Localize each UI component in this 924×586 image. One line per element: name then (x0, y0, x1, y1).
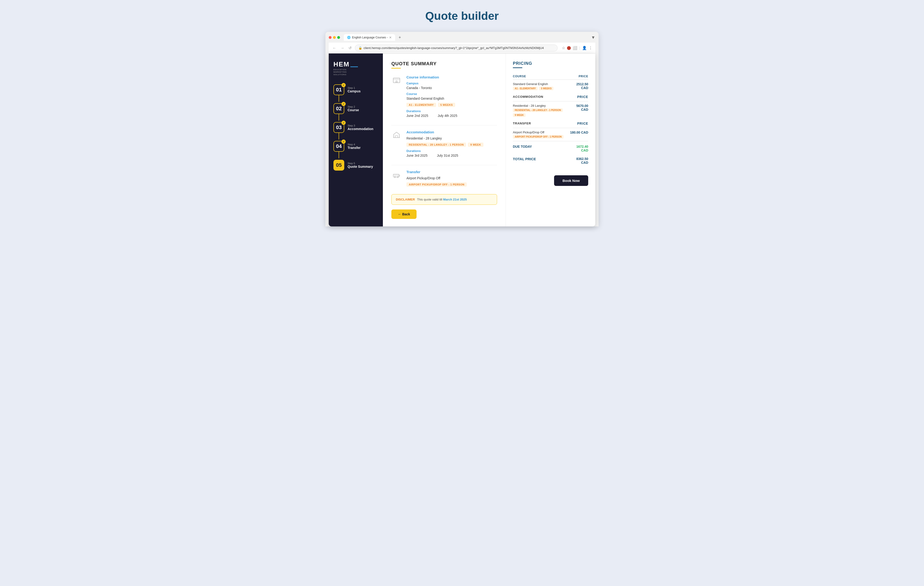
close-dot[interactable] (329, 36, 332, 39)
transfer-body: Transfer Airport Pickup/Drop Off AIRPORT… (406, 170, 497, 189)
course-label: Course (406, 92, 497, 96)
sidebar-step-01[interactable]: 01✓Step 1Campus (333, 84, 378, 95)
browser-window: 🌐 English Language Courses - ✕ + ▼ ← → ↺… (325, 32, 599, 227)
accommodation-col-header: ACCOMMODATION (513, 93, 570, 101)
sidebar-step-03[interactable]: 03✓Step 3Accommodation (333, 122, 378, 133)
step-box-05: 05 (333, 160, 344, 171)
book-now-button[interactable]: Book Now (554, 175, 588, 186)
transfer-price-row: Airport Pickup/Drop Off AIRPORT PICKUP/D… (513, 128, 588, 141)
tab-add-button[interactable]: + (398, 35, 401, 40)
browser-tab[interactable]: 🌐 English Language Courses - ✕ (344, 34, 395, 41)
step-05-wrapper: 05Step 5Quote Summary (333, 160, 378, 171)
course-durations-label: Durations (406, 109, 497, 113)
tab-title: English Language Courses - (352, 36, 388, 39)
step-name-01: Campus (348, 89, 361, 93)
due-today-label: DUE TODAY (513, 141, 570, 155)
forward-nav-button[interactable]: → (340, 45, 345, 51)
page-title: Quote builder (5, 10, 919, 22)
sidebar: HEM EDUCATION MARKETING SOLUTIONS 01✓Ste… (329, 53, 383, 227)
menu-icon[interactable]: ⋮ (589, 46, 592, 50)
accommodation-item-price: 5670.00 CAD (570, 101, 588, 119)
back-nav-button[interactable]: ← (332, 45, 337, 51)
logo-hem: HEM (333, 61, 378, 68)
step-line-02 (338, 114, 339, 121)
step-info-01: Step 1Campus (348, 86, 361, 93)
step-name-03: Accommodation (348, 127, 373, 131)
due-today-row: DUE TODAY 1672.40 CAD (513, 141, 588, 155)
step-line-01 (338, 95, 339, 102)
disclaimer-text: This quote valid till (417, 198, 442, 201)
course-durations-row: June 2nd 2025 July 4th 2025 (406, 114, 497, 120)
price-col-header: PRICE (570, 73, 588, 79)
quote-summary-title: QUOTE SUMMARY (391, 61, 497, 66)
transfer-icon (391, 170, 402, 180)
bookmark-icon[interactable]: ☆ (562, 46, 565, 50)
accommodation-value: Residential - 28 Langley (406, 136, 497, 140)
accommodation-durations-label: Durations (406, 149, 497, 153)
step-box-04: 04✓ (333, 141, 344, 152)
accommodation-title: Accommodation (406, 130, 497, 134)
accommodation-icon (391, 130, 402, 141)
course-info-body: Course information Campus Canada - Toron… (406, 75, 497, 120)
course-tag: 5 WEEKS (438, 103, 455, 107)
logo-subtitle: EDUCATION MARKETING SOLUTIONS (333, 69, 378, 76)
step-02-wrapper: 02✓Step 2Course (333, 103, 378, 121)
course-item-name: Standard General English (513, 82, 570, 86)
pricing-accommodation-tag: RESIDENTIAL - 28 LANGLEY - 1 PERSON (513, 108, 563, 112)
transfer-header-row: TRANSFER PRICE (513, 119, 588, 128)
step-line-04 (338, 152, 339, 158)
step-check-02: ✓ (342, 102, 346, 106)
extension-icon[interactable] (567, 46, 571, 50)
total-price-value: 8362.50 CAD (570, 155, 588, 167)
extensions-icon[interactable]: ⬜ (573, 46, 578, 50)
transfer-title: Transfer (406, 170, 497, 174)
accommodation-tag: 9 WEEK (468, 142, 483, 147)
pricing-table: COURSE PRICE Standard General English A1… (513, 73, 588, 167)
browser-navbar: ← → ↺ 🔒 client.hemsp.com/demo/quotes/eng… (329, 43, 595, 53)
maximize-dot[interactable] (337, 36, 340, 39)
step-03-wrapper: 03✓Step 3Accommodation (333, 122, 378, 139)
campus-label: Campus (406, 81, 497, 85)
tab-icon: 🌐 (347, 36, 351, 39)
course-icon (391, 75, 402, 86)
sidebar-step-04[interactable]: 04✓Step 4Transfer (333, 141, 378, 152)
browser-topbar: 🌐 English Language Courses - ✕ + ▼ (329, 34, 595, 41)
disclaimer-date: March 21st 2025 (443, 198, 467, 201)
step-label-04: Step 4 (348, 143, 361, 146)
back-button[interactable]: ← Back (391, 209, 417, 219)
step-label-02: Step 2 (348, 105, 359, 108)
accommodation-body: Accommodation Residential - 28 Langley R… (406, 130, 497, 160)
accommodation-section: Accommodation Residential - 28 Langley R… (391, 130, 497, 160)
tab-close-icon[interactable]: ✕ (389, 36, 392, 39)
main-content: QUOTE SUMMARY Course information (383, 53, 595, 227)
transfer-value: Airport Pickup/Drop Off (406, 176, 497, 180)
course-price-row: Standard General English A1 - ELEMENTARY… (513, 79, 588, 93)
step-check-01: ✓ (342, 83, 346, 87)
pricing-accommodation-tag: 9 WEEK (513, 113, 526, 117)
nav-icons: ☆ ⬜ | 👤 ⋮ (562, 46, 592, 50)
sidebar-logo: HEM EDUCATION MARKETING SOLUTIONS (333, 61, 378, 76)
accommodation-duration-start: June 3rd 2025 (406, 154, 427, 157)
step-04-wrapper: 04✓Step 4Transfer (333, 141, 378, 158)
step-name-04: Transfer (348, 146, 361, 150)
sidebar-step-05[interactable]: 05Step 5Quote Summary (333, 160, 378, 171)
profile-icon[interactable]: 👤 (582, 46, 587, 50)
step-check-04: ✓ (342, 139, 346, 144)
browser-dropdown-icon[interactable]: ▼ (591, 35, 595, 40)
step-box-03: 03✓ (333, 122, 344, 133)
minimize-dot[interactable] (333, 36, 336, 39)
pricing-course-tag: A1 - ELEMENTARY (513, 87, 538, 90)
transfer-col-header: TRANSFER (513, 119, 570, 128)
course-info-title: Course information (406, 75, 497, 79)
transfer-item-name: Airport Pickup/Drop Off (513, 131, 570, 134)
transfer-item-tags: AIRPORT PICKUP/DROP OFF - 1 PERSON (513, 135, 570, 139)
reload-button[interactable]: ↺ (348, 45, 353, 51)
course-tag: A1 - ELEMENTARY (406, 103, 436, 107)
url-bar[interactable]: 🔒 client.hemsp.com/demo/quotes/english-l… (355, 45, 558, 51)
step-label-03: Step 3 (348, 124, 373, 127)
campus-value: Canada - Toronto (406, 86, 497, 90)
sidebar-step-02[interactable]: 02✓Step 2Course (333, 103, 378, 114)
step-name-05: Quote Summary (348, 165, 373, 169)
sidebar-steps: 01✓Step 1Campus02✓Step 2Course03✓Step 3A… (333, 84, 378, 172)
course-col-header: COURSE (513, 73, 570, 79)
